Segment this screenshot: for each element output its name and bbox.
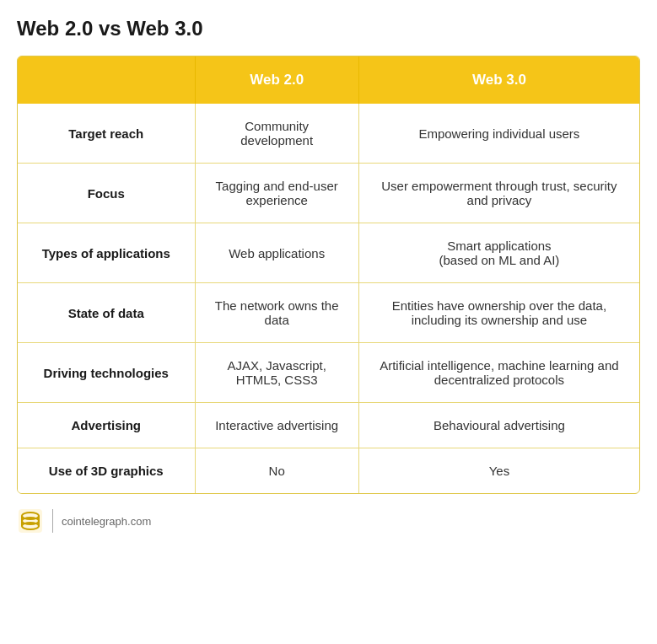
row-web3-value: Smart applications (based on ML and AI)	[358, 223, 639, 283]
row-web2-value: AJAX, Javascript, HTML5, CSS3	[195, 343, 358, 403]
table-row: FocusTagging and end-user experienceUser…	[18, 164, 639, 223]
row-label: Use of 3D graphics	[18, 448, 195, 494]
row-web2-value: Tagging and end-user experience	[195, 164, 358, 223]
table-row: Use of 3D graphicsNoYes	[18, 448, 639, 494]
row-web3-value: Artificial intelligence, machine learnin…	[358, 343, 639, 403]
row-web2-value: The network owns the data	[195, 283, 358, 343]
cointelegraph-logo-icon	[17, 507, 44, 534]
page-title: Web 2.0 vs Web 3.0	[17, 17, 640, 40]
row-web3-value: Yes	[358, 448, 639, 494]
row-label: Advertising	[18, 403, 195, 448]
header-col3: Web 3.0	[358, 56, 639, 104]
row-web2-value: Interactive advertising	[195, 403, 358, 448]
table-row: State of dataThe network owns the dataEn…	[18, 283, 639, 343]
row-web3-value: Entities have ownership over the data, i…	[358, 283, 639, 343]
footer-text: cointelegraph.com	[62, 515, 151, 528]
table-row: AdvertisingInteractive advertisingBehavi…	[18, 403, 639, 448]
row-web2-value: Community development	[195, 104, 358, 164]
row-web3-value: User empowerment through trust, security…	[358, 164, 639, 223]
row-label: Types of applications	[18, 223, 195, 283]
row-label: State of data	[18, 283, 195, 343]
row-web3-value: Behavioural advertising	[358, 403, 639, 448]
row-label: Target reach	[18, 104, 195, 164]
header-col2: Web 2.0	[195, 56, 358, 104]
footer: cointelegraph.com	[17, 507, 640, 534]
row-label: Focus	[18, 164, 195, 223]
comparison-table-wrapper: Web 2.0 Web 3.0 Target reachCommunity de…	[17, 56, 640, 494]
header-col1	[18, 56, 195, 104]
table-row: Types of applicationsWeb applicationsSma…	[18, 223, 639, 283]
table-header-row: Web 2.0 Web 3.0	[18, 56, 639, 104]
row-label: Driving technologies	[18, 343, 195, 403]
row-web2-value: Web applications	[195, 223, 358, 283]
table-row: Driving technologiesAJAX, Javascript, HT…	[18, 343, 639, 403]
row-web2-value: No	[195, 448, 358, 494]
row-web3-value: Empowering individual users	[358, 104, 639, 164]
footer-divider	[52, 509, 53, 533]
comparison-table: Web 2.0 Web 3.0 Target reachCommunity de…	[18, 56, 639, 493]
table-row: Target reachCommunity developmentEmpower…	[18, 104, 639, 164]
